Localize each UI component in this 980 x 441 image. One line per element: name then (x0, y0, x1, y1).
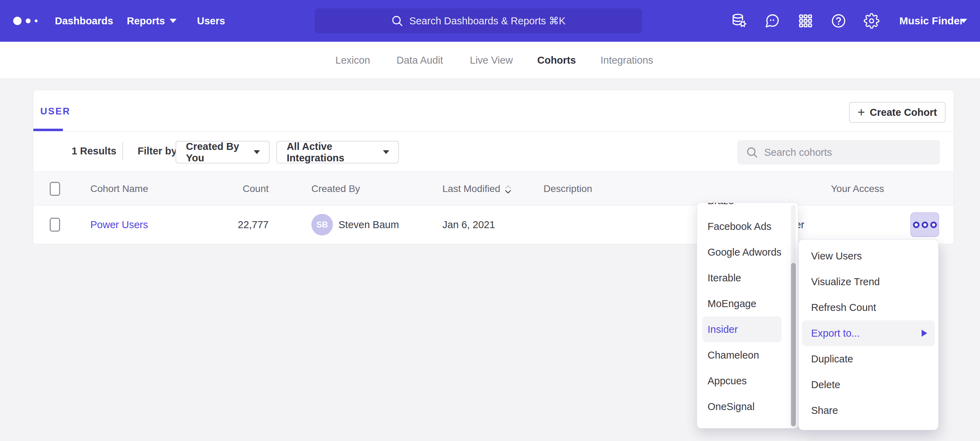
col-header-description[interactable]: Description (544, 172, 592, 206)
last-modified-date: Jan 6, 2021 (442, 206, 495, 244)
menu-item-facebook-ads[interactable]: Facebook Ads (697, 214, 798, 239)
data-management-icon[interactable] (731, 13, 747, 29)
menu-item-chameleon[interactable]: Chameleon (697, 342, 798, 368)
user-tab-underline (33, 129, 63, 131)
tab-lexicon[interactable]: Lexicon (336, 42, 370, 78)
select-all-checkbox[interactable] (50, 182, 60, 196)
cohort-search-box (737, 140, 940, 165)
row-actions-button[interactable] (910, 213, 939, 237)
divider (123, 142, 123, 160)
menu-item-duplicate[interactable]: Duplicate (799, 346, 938, 372)
menu-item-onesignal[interactable]: OneSignal (697, 394, 798, 419)
feedback-chat-icon[interactable] (764, 13, 780, 29)
created-by-name: Steven Baum (339, 206, 399, 244)
dot-icon (930, 222, 937, 228)
col-header-count[interactable]: Count (228, 172, 269, 206)
tab-user-cohorts[interactable]: USER (40, 102, 70, 120)
create-cohort-button[interactable]: + Create Cohort (849, 102, 946, 123)
created-by-filter-value: Created By You (186, 141, 247, 164)
menu-item-visualize-trend[interactable]: Visualize Trend (799, 269, 938, 295)
menu-item-view-users[interactable]: View Users (799, 243, 938, 269)
dot-icon (913, 222, 920, 228)
global-search-input[interactable]: Search Dashboards & Reports ⌘K (315, 8, 642, 34)
col-header-your-access[interactable]: Your Access (831, 172, 884, 206)
divider (33, 131, 954, 132)
row-actions-menu: View Users Visualize Trend Refresh Count… (798, 239, 939, 430)
tab-live-view[interactable]: Live View (470, 42, 513, 78)
help-icon[interactable] (830, 13, 846, 29)
submenu-arrow-icon (922, 330, 927, 337)
section-tab-bar: Lexicon Data Audit Live View Cohorts Int… (0, 42, 980, 78)
search-icon (746, 146, 758, 158)
cohort-count: 22,777 (228, 206, 269, 244)
nav-reports[interactable]: Reports (127, 0, 165, 42)
plus-icon: + (858, 106, 865, 118)
created-by-filter-dropdown[interactable]: Created By You (175, 141, 270, 163)
chevron-down-icon (383, 150, 389, 154)
menu-item-iterable[interactable]: Iterable (697, 265, 798, 291)
chevron-down-icon (170, 19, 177, 23)
menu-item-export-to[interactable]: Export to... (802, 320, 935, 346)
export-to-label: Export to... (811, 328, 860, 339)
menu-item-braze[interactable]: Braze (697, 203, 798, 214)
chevron-down-icon (254, 150, 260, 154)
integrations-filter-dropdown[interactable]: All Active Integrations (276, 141, 399, 163)
col-header-cohort-name[interactable]: Cohort Name (91, 172, 148, 206)
menu-item-delete[interactable]: Delete (799, 372, 938, 398)
tab-cohorts[interactable]: Cohorts (537, 42, 576, 78)
cohort-search-input[interactable] (764, 147, 924, 158)
sort-icon[interactable] (504, 185, 512, 194)
scrollbar-thumb[interactable] (791, 263, 796, 427)
tab-integrations[interactable]: Integrations (600, 42, 653, 78)
apps-grid-icon[interactable] (797, 13, 813, 29)
menu-item-refresh-count[interactable]: Refresh Count (799, 295, 938, 320)
global-search-placeholder: Search Dashboards & Reports ⌘K (409, 15, 566, 27)
chevron-down-icon (960, 19, 967, 23)
filter-by-label: Filter by (138, 139, 177, 163)
nav-dashboards[interactable]: Dashboards (55, 0, 113, 42)
project-switcher[interactable]: Music Finder (899, 0, 964, 42)
nav-users[interactable]: Users (197, 0, 225, 42)
col-header-created-by[interactable]: Created By (311, 172, 360, 206)
col-header-last-modified[interactable]: Last Modified (442, 172, 512, 206)
dot-icon (922, 222, 928, 228)
menu-item-insider[interactable]: Insider (702, 316, 781, 342)
row-checkbox[interactable] (50, 218, 60, 232)
last-modified-label: Last Modified (442, 183, 500, 194)
search-icon (391, 15, 403, 27)
menu-item-appcues[interactable]: Appcues (697, 368, 798, 394)
top-navigation-bar: Dashboards Reports Users Search Dashboar… (0, 0, 980, 42)
table-row: Power Users 22,777 SB Steven Baum Jan 6,… (33, 206, 954, 244)
tab-data-audit[interactable]: Data Audit (396, 42, 443, 78)
export-targets-submenu: Braze Facebook Ads Google Adwords Iterab… (697, 203, 798, 428)
menu-item-google-adwords[interactable]: Google Adwords (697, 239, 798, 265)
menu-item-share[interactable]: Share (799, 398, 938, 423)
settings-gear-icon[interactable] (864, 13, 880, 29)
create-cohort-label: Create Cohort (870, 107, 937, 118)
cohorts-panel: USER + Create Cohort 1 Results Filter by… (33, 90, 954, 244)
integrations-filter-value: All Active Integrations (287, 141, 376, 164)
menu-item-moengage[interactable]: MoEngage (697, 291, 798, 316)
results-count: 1 Results (72, 139, 116, 163)
table-header-row: Cohort Name Count Created By Last Modifi… (33, 171, 954, 206)
cohort-name-link[interactable]: Power Users (91, 206, 148, 244)
avatar: SB (311, 214, 333, 235)
